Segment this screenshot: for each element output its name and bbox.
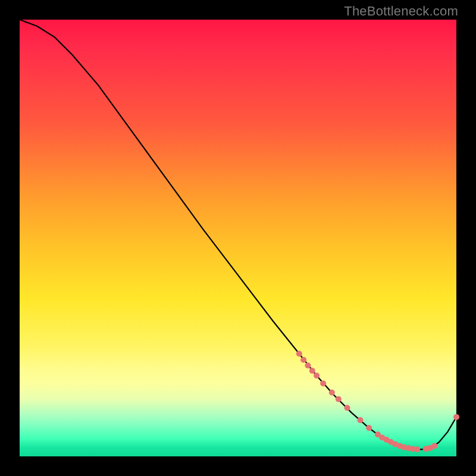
chart-svg	[20, 20, 456, 456]
highlight-points	[296, 351, 459, 453]
plot-area	[20, 20, 456, 456]
highlight-point	[453, 414, 459, 420]
highlight-point	[305, 362, 311, 368]
highlight-point	[366, 425, 372, 431]
highlight-point	[314, 372, 320, 378]
highlight-point	[296, 351, 302, 357]
highlight-point	[358, 417, 364, 423]
watermark-text: TheBottleneck.com	[344, 4, 458, 19]
bottleneck-curve	[20, 20, 456, 449]
highlight-point	[309, 368, 315, 374]
highlight-point	[431, 443, 437, 449]
highlight-point	[336, 396, 342, 402]
highlight-point	[329, 390, 335, 396]
highlight-point	[414, 446, 420, 452]
highlight-point	[345, 405, 350, 411]
highlight-point	[320, 380, 326, 386]
chart-stage: TheBottleneck.com	[0, 0, 476, 476]
highlight-point	[300, 357, 306, 363]
